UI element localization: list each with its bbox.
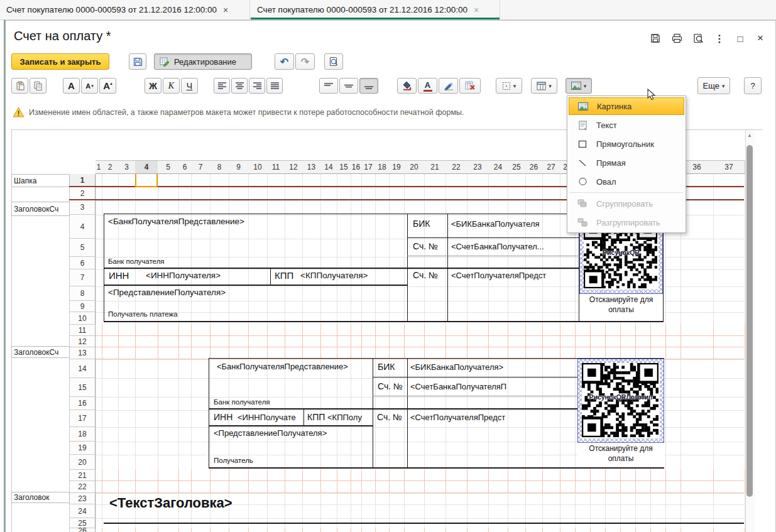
column-header[interactable]: 3 bbox=[118, 160, 136, 174]
row-header[interactable]: 16 bbox=[69, 397, 96, 410]
cell-payee-footer-2[interactable]: Получатель bbox=[214, 457, 253, 464]
font-button[interactable]: А bbox=[63, 78, 80, 94]
delete-format-button[interactable] bbox=[459, 78, 481, 94]
edit-mode-toggle[interactable]: Редактирование bbox=[154, 53, 252, 70]
valign-bottom-button[interactable] bbox=[359, 78, 378, 94]
fill-color-button[interactable] bbox=[397, 78, 417, 94]
copy-style-icon-button[interactable] bbox=[30, 78, 46, 94]
cell-bank-acc-value-1[interactable]: <СчетБанкаПолучател... bbox=[451, 242, 577, 251]
save-icon[interactable] bbox=[648, 31, 662, 45]
column-header[interactable]: 7 bbox=[191, 160, 210, 174]
row-header[interactable]: 2 bbox=[69, 187, 96, 200]
column-header[interactable]: 11 bbox=[267, 160, 285, 174]
preview-button[interactable] bbox=[324, 53, 343, 70]
borders-dropdown-button[interactable]: ▾ bbox=[496, 78, 522, 94]
row-header[interactable]: 6 bbox=[69, 257, 96, 269]
row-header[interactable]: 10 bbox=[69, 312, 96, 325]
cell-payee-value-2[interactable]: <ПредставлениеПолучателя> bbox=[214, 428, 327, 438]
cell-bank-acc-value-2[interactable]: <СчетБанкаПолучателяП bbox=[410, 382, 576, 391]
cell-kpp-value-1[interactable]: <КППолучателя> bbox=[300, 271, 406, 280]
more-button[interactable]: Еще▾ bbox=[697, 77, 730, 94]
kebab-menu-icon[interactable]: ⋮ bbox=[714, 31, 725, 45]
column-header[interactable]: 10 bbox=[248, 160, 268, 174]
column-header[interactable]: 14 bbox=[320, 160, 337, 174]
font-size-decrease-button[interactable]: А▾ bbox=[81, 78, 98, 94]
undo-button[interactable]: ↶ bbox=[275, 53, 294, 70]
column-header[interactable]: 15 bbox=[337, 160, 351, 174]
qr-picture-2[interactable]: РисунокQRЛоготип bbox=[577, 359, 664, 443]
cell-acc-label-1[interactable]: Сч. № bbox=[413, 241, 438, 251]
column-header[interactable]: 24 bbox=[488, 160, 508, 174]
cell-kpp-label-1[interactable]: КПП bbox=[275, 270, 293, 281]
align-justify-button[interactable] bbox=[266, 78, 283, 94]
preview-icon[interactable] bbox=[691, 31, 705, 45]
row-header[interactable]: 26 bbox=[69, 528, 96, 532]
font-size-increase-button[interactable]: А▴ bbox=[99, 78, 116, 94]
cell-acc2-label-2[interactable]: Сч. № bbox=[377, 412, 402, 422]
cell-acc2-label-1[interactable]: Сч. № bbox=[413, 270, 438, 280]
column-header[interactable]: 17 bbox=[361, 160, 376, 174]
italic-button[interactable]: К bbox=[163, 78, 180, 94]
cell-inn-value-1[interactable]: <ИННПолучателя> bbox=[146, 271, 268, 280]
section-label-23[interactable]: Заголовок bbox=[11, 492, 70, 503]
cell-bik-label-2[interactable]: БИК bbox=[378, 362, 395, 372]
column-header[interactable]: 27 bbox=[542, 160, 560, 174]
section-label-13[interactable]: ЗаголовокСч bbox=[11, 346, 70, 358]
cell-acc2-value-2[interactable]: <СчетПолучателяПредст bbox=[410, 413, 576, 422]
column-header[interactable]: 18 bbox=[375, 160, 390, 174]
row-header[interactable]: 14 bbox=[69, 359, 96, 378]
cell-bik-value-1[interactable]: <БИКБанкаПолучателя bbox=[451, 219, 577, 229]
cell-inn-label-1[interactable]: ИНН bbox=[109, 270, 129, 281]
cell-acc2-value-1[interactable]: <СчетПолучателяПредст bbox=[451, 271, 578, 280]
column-header[interactable]: 4 bbox=[135, 160, 158, 174]
menu-item-2[interactable]: Прямоугольник bbox=[569, 135, 684, 153]
column-header[interactable]: 2 bbox=[102, 160, 119, 174]
cell-kpp-value-2[interactable]: <КППолу bbox=[327, 413, 371, 422]
align-right-button[interactable] bbox=[249, 78, 265, 94]
column-header[interactable]: 37 bbox=[713, 160, 745, 174]
cell-bik-label-1[interactable]: БИК bbox=[413, 219, 430, 229]
paste-icon-button[interactable] bbox=[11, 78, 28, 94]
cell-inn-label-2[interactable]: ИНН bbox=[214, 412, 232, 422]
column-header[interactable]: 8 bbox=[210, 160, 229, 174]
column-header[interactable]: 6 bbox=[178, 160, 192, 174]
column-header[interactable]: 12 bbox=[285, 160, 303, 174]
font-color-button[interactable]: А bbox=[418, 78, 437, 94]
scrollbar-up-arrow[interactable]: ▲ bbox=[746, 133, 753, 139]
qr-caption-2[interactable]: Отсканируйте для оплаты bbox=[577, 443, 664, 467]
column-header[interactable]: 22 bbox=[445, 160, 467, 174]
cell-bank-name-2[interactable]: <БанкПолучателяПредставление> bbox=[217, 362, 368, 371]
draw-border-pencil-button[interactable] bbox=[439, 78, 458, 94]
cell-bank-footer-1[interactable]: Банк получателя bbox=[108, 258, 165, 265]
row-header[interactable]: 9 bbox=[69, 301, 96, 312]
row-header[interactable]: 4 bbox=[69, 215, 96, 239]
column-header[interactable]: 25 bbox=[508, 160, 526, 174]
valign-top-button[interactable] bbox=[319, 78, 338, 94]
row-header[interactable]: 23 bbox=[69, 493, 96, 504]
picture-dropdown-button[interactable]: ▾ bbox=[566, 78, 592, 94]
cell-bank-footer-2[interactable]: Банк получателя bbox=[214, 398, 270, 406]
column-header[interactable]: 20 bbox=[404, 160, 425, 174]
align-left-button[interactable] bbox=[214, 78, 230, 94]
valign-center-button[interactable] bbox=[339, 78, 358, 94]
row-header[interactable]: 11 bbox=[69, 325, 96, 336]
column-header[interactable]: 23 bbox=[467, 160, 489, 174]
column-header[interactable]: 26 bbox=[525, 160, 543, 174]
tab-close-icon[interactable]: × bbox=[474, 5, 479, 15]
menu-item-0[interactable]: Картинка bbox=[569, 97, 684, 115]
row-header[interactable]: 17 bbox=[69, 410, 96, 427]
row-header[interactable]: 13 bbox=[69, 347, 96, 359]
row-header[interactable]: 19 bbox=[69, 442, 96, 455]
row-header[interactable]: 3 bbox=[69, 200, 96, 215]
close-icon[interactable]: × bbox=[754, 31, 767, 45]
row-header[interactable]: 1 bbox=[69, 174, 96, 187]
section-label-3[interactable]: ЗаголовокСч bbox=[11, 202, 70, 216]
row-header[interactable]: 24 bbox=[69, 504, 96, 518]
tab-invoice-1[interactable]: Счет покупателю 0000-000593 от 21.12.201… bbox=[0, 0, 250, 19]
redo-button[interactable]: ↷ bbox=[295, 53, 315, 70]
save-and-close-button[interactable]: Записать и закрыть bbox=[11, 53, 109, 70]
column-header[interactable]: 16 bbox=[351, 160, 362, 174]
column-header[interactable]: 19 bbox=[389, 160, 405, 174]
row-header[interactable]: 21 bbox=[69, 470, 96, 481]
align-center-button[interactable] bbox=[231, 78, 248, 94]
